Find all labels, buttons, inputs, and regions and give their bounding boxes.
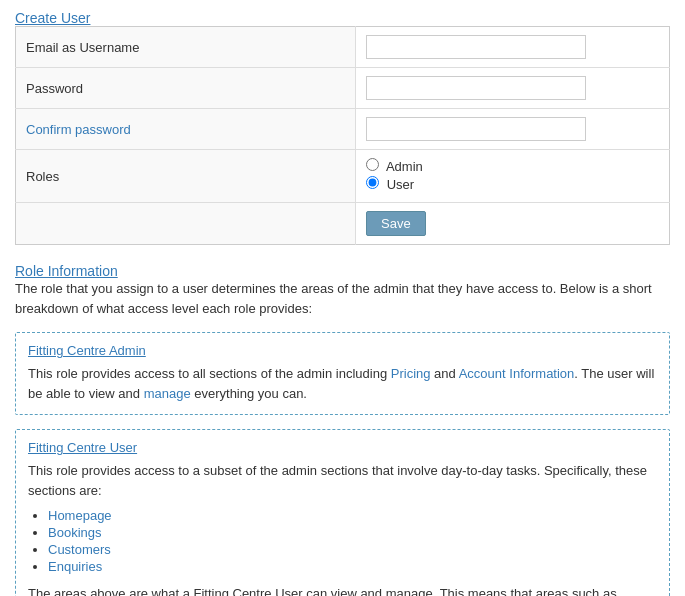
role-user-radio[interactable] (366, 176, 379, 189)
user-role-intro: This role provides access to a subset of… (28, 461, 657, 501)
list-item: Enquiries (48, 559, 657, 574)
user-role-box: Fitting Centre User This role provides a… (15, 429, 670, 596)
roles-label: Roles (16, 150, 356, 203)
list-item: Homepage (48, 508, 657, 523)
role-admin-label: Admin (386, 159, 423, 174)
password-input[interactable] (366, 76, 586, 100)
email-label: Email as Username (16, 27, 356, 68)
table-row: Email as Username (16, 27, 670, 68)
role-info-title[interactable]: Role Information (15, 263, 118, 279)
table-row: Save (16, 203, 670, 245)
table-row: Confirm password (16, 109, 670, 150)
table-row: Roles Admin User (16, 150, 670, 203)
password-label: Password (16, 68, 356, 109)
create-user-form: Email as Username Password Confirm passw… (15, 26, 670, 245)
admin-role-box: Fitting Centre Admin This role provides … (15, 332, 670, 415)
page-title[interactable]: Create User (15, 10, 90, 26)
role-admin-radio[interactable] (366, 158, 379, 171)
role-admin-option[interactable]: Admin (366, 158, 659, 174)
save-button[interactable]: Save (366, 211, 426, 236)
list-item: Customers (48, 542, 657, 557)
role-user-option[interactable]: User (366, 176, 659, 192)
list-item: Bookings (48, 525, 657, 540)
admin-role-text: This role provides access to all section… (28, 364, 657, 404)
confirm-password-input[interactable] (366, 117, 586, 141)
role-information-section: Role Information The role that you assig… (15, 263, 670, 596)
confirm-password-label: Confirm password (16, 109, 356, 150)
email-input[interactable] (366, 35, 586, 59)
table-row: Password (16, 68, 670, 109)
user-role-list: Homepage Bookings Customers Enquiries (48, 508, 657, 574)
user-role-title[interactable]: Fitting Centre User (28, 440, 657, 455)
user-role-outro: The areas above are what a Fitting Centr… (28, 584, 657, 596)
admin-role-title[interactable]: Fitting Centre Admin (28, 343, 657, 358)
role-info-intro: The role that you assign to a user deter… (15, 279, 670, 318)
role-user-label: User (387, 177, 414, 192)
